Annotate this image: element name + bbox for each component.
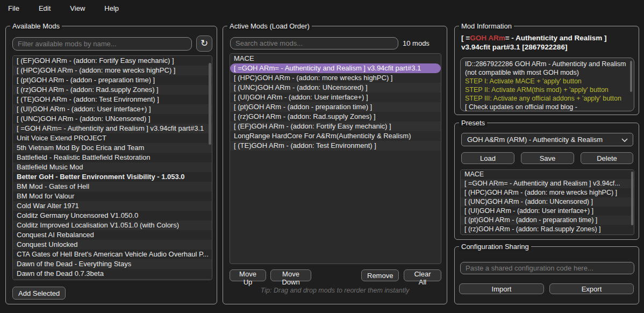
clear-all-button[interactable]: Clear All xyxy=(404,269,441,281)
list-item[interactable]: Dawn of the Dead - Everything Stays xyxy=(13,259,212,269)
list-item[interactable]: Battlefield - Realistic Battlefield Rest… xyxy=(13,153,212,162)
mod-header-line2: v3.94cfit part#3.1 [2867922286] xyxy=(461,42,607,52)
list-item[interactable]: MACE xyxy=(230,54,441,63)
list-item[interactable]: [ (EF)GOH ARm - (addon: Fortify Easy mec… xyxy=(13,56,212,66)
mod-information-panel: Mod Information [ =GOH ARm= - Authentici… xyxy=(454,26,639,115)
filter-available-input[interactable] xyxy=(12,37,192,51)
move-up-button[interactable]: Move Up xyxy=(230,269,266,281)
available-mods-list[interactable]: [ (EF)GOH ARm - (addon: Fortify Easy mec… xyxy=(12,55,212,280)
list-item[interactable]: [ (pt)GOH ARm - (addon - preparation tim… xyxy=(461,216,634,225)
description-line: STEP I: Activate MACE + 'apply' button xyxy=(465,77,629,86)
menu-bar: File Edit View Help xyxy=(0,0,644,16)
chevron-down-icon xyxy=(621,138,628,143)
active-mods-panel: Active Mods (Load Order) 10 mods MACE[ =… xyxy=(223,26,447,304)
list-item[interactable]: [ (UNC)GOH ARm - (addon: UNcensored) ] xyxy=(13,114,212,124)
list-item[interactable]: BM Mod for Valour xyxy=(13,191,212,201)
list-item[interactable]: [ (HPC)GOH ARm - (addon: more wrecks hig… xyxy=(461,188,634,197)
list-item[interactable]: [ (HPC)GOH ARm - (addon: more wrecks hig… xyxy=(13,66,212,75)
load-preset-button[interactable]: Load xyxy=(461,152,514,164)
mod-description-scrollbar[interactable] xyxy=(630,61,632,92)
refresh-icon: ↻ xyxy=(201,38,208,48)
list-item[interactable]: Better GoH - Better Environment Visibili… xyxy=(13,172,212,182)
mod-description[interactable]: ID::2867922286 GOH ARm - Authenticity an… xyxy=(460,58,634,111)
mod-header: [ =GOH ARm= - Authenticity and Realism ]… xyxy=(461,33,607,52)
list-item[interactable]: [ (UNC)GOH ARm - (addon: UNcensored) ] xyxy=(461,197,634,207)
preset-dropdown-value: GOH A&Rm (ARM) - Authenticity & Realism xyxy=(467,136,603,144)
delete-preset-button[interactable]: Delete xyxy=(581,152,633,164)
list-item[interactable]: LongRange HardCore For A&Rm(Authenticity… xyxy=(230,131,441,141)
available-list-scrollbar[interactable] xyxy=(209,63,211,145)
available-mods-title: Available Mods xyxy=(10,22,62,30)
preset-mods-list[interactable]: MACE[ =GOH ARm= - Authenticity and Reali… xyxy=(460,169,634,235)
configuration-sharing-panel: Configuration Sharing Import Export xyxy=(454,246,639,304)
list-item[interactable]: CTA Gates of Hell Bret's American Vehicl… xyxy=(13,250,212,259)
mod-header-red-text: GOH ARm xyxy=(470,34,505,42)
configuration-code-input[interactable] xyxy=(460,262,634,274)
description-line: (not compatible with most GOH mods) xyxy=(465,68,629,77)
description-line: [ Check updates on official mod blog - xyxy=(465,103,629,111)
preset-list-scrollbar[interactable] xyxy=(631,172,633,225)
list-item[interactable]: [ (UI)GOH ARm - (addon: User interface+)… xyxy=(230,93,441,102)
list-item[interactable]: Battlefield Music Mod xyxy=(13,162,212,172)
list-item[interactable]: Colditz Germany Uncensored V1.050.0 xyxy=(13,211,212,220)
active-mods-title: Active Mods (Load Order) xyxy=(227,22,312,30)
preset-dropdown[interactable]: GOH A&Rm (ARM) - Authenticity & Realism xyxy=(461,133,633,146)
description-line: STEP III: Activate any official addons +… xyxy=(465,94,629,103)
available-mods-panel: Available Mods ↻ [ (EF)GOH ARm - (addon:… xyxy=(5,26,217,304)
description-line: STEP II: Activate ARM(this mod) + 'apply… xyxy=(465,86,629,94)
list-item[interactable]: [ =GOH ARm= - Authenticity and Realism ]… xyxy=(13,124,212,133)
search-active-input[interactable] xyxy=(230,37,398,49)
list-item[interactable]: Cold War Alter 1971 xyxy=(13,201,212,211)
list-item[interactable]: Conquest Unlocked xyxy=(13,240,212,250)
list-item[interactable]: [ (TE)GOH ARm - (addon: Test Environment… xyxy=(13,95,212,104)
save-preset-button[interactable]: Save xyxy=(521,152,574,164)
export-button[interactable]: Export xyxy=(549,283,634,294)
import-button[interactable]: Import xyxy=(459,283,544,294)
menu-item-edit[interactable]: Edit xyxy=(39,4,51,12)
list-item[interactable]: [ (rz)GOH ARm - (addon: Rad.supply Zones… xyxy=(13,85,212,95)
configuration-sharing-title: Configuration Sharing xyxy=(459,243,531,251)
list-item[interactable]: [ (pt)GOH ARm - (addon - preparation tim… xyxy=(13,75,212,85)
list-item[interactable]: [ (UI)GOH ARm - (addon: User interface+)… xyxy=(461,207,634,216)
list-item[interactable]: [ (rz)GOH ARm - (addon: Rad.supply Zones… xyxy=(461,225,634,234)
list-item[interactable]: [ (rz)GOH ARm - (addon: Rad.supply Zones… xyxy=(230,112,441,122)
list-item[interactable]: [ (EF)GOH ARm - (addon: Fortify Easy mec… xyxy=(230,122,441,131)
list-item[interactable]: [ (TE)GOH ARm - (addon: Test Environment… xyxy=(230,141,441,151)
remove-button[interactable]: Remove xyxy=(361,269,399,281)
menu-item-help[interactable]: Help xyxy=(104,4,119,12)
list-item[interactable]: BM Mod - Gates of Hell xyxy=(13,182,212,191)
list-item[interactable]: Dawn of the Dead 0.7.3beta xyxy=(13,269,212,279)
list-item[interactable]: [ (UI)GOH ARm - (addon: User interface+)… xyxy=(13,104,212,114)
list-item[interactable]: [ =GOH ARm= - Authenticity and Realism ]… xyxy=(230,63,441,73)
mod-header-line1: [ =GOH ARm= - Authenticity and Realism ] xyxy=(461,33,607,42)
list-item[interactable]: Dawn of the Dead LAV and M68A2 Unlock xyxy=(13,279,212,280)
list-item[interactable]: MACE xyxy=(461,170,634,179)
list-item[interactable]: [ =GOH ARm= - Authenticity and Realism ]… xyxy=(461,179,634,188)
list-item[interactable]: Unit Voice Extend PROJECT xyxy=(13,133,212,143)
menu-item-view[interactable]: View xyxy=(70,4,85,12)
list-item[interactable]: [ (HPC)GOH ARm - (addon: more wrecks hig… xyxy=(230,73,441,83)
list-item[interactable]: 5th Vietnam Mod By Doc Erica and Team xyxy=(13,143,212,153)
presets-panel: Presets GOH A&Rm (ARM) - Authenticity & … xyxy=(454,123,639,240)
active-mods-count: 10 mods xyxy=(403,39,430,47)
mod-information-title: Mod Information xyxy=(459,22,514,30)
list-item[interactable]: [ (pt)GOH ARm - (addon - preparation tim… xyxy=(230,102,441,112)
active-mods-list[interactable]: MACE[ =GOH ARm= - Authenticity and Reali… xyxy=(230,53,441,264)
list-item[interactable]: Conquest AI Rebalanced xyxy=(13,230,212,240)
list-item[interactable]: Colditz Improved Localisation V1.051.0 (… xyxy=(13,220,212,230)
add-selected-button[interactable]: Add Selected xyxy=(12,287,66,300)
presets-title: Presets xyxy=(459,119,487,127)
move-down-button[interactable]: Move Down xyxy=(270,269,311,281)
drag-drop-tip: Tip: Drag and drop mods to reorder them … xyxy=(223,287,447,294)
list-item[interactable]: [ (UNC)GOH ARm - (addon: UNcensored) ] xyxy=(230,83,441,93)
menu-item-file[interactable]: File xyxy=(8,4,19,12)
refresh-button[interactable]: ↻ xyxy=(196,35,212,52)
description-line: ID::2867922286 GOH ARm - Authenticity an… xyxy=(465,60,629,68)
active-mods-button-row: Move Up Move Down Remove Clear All xyxy=(223,269,447,281)
